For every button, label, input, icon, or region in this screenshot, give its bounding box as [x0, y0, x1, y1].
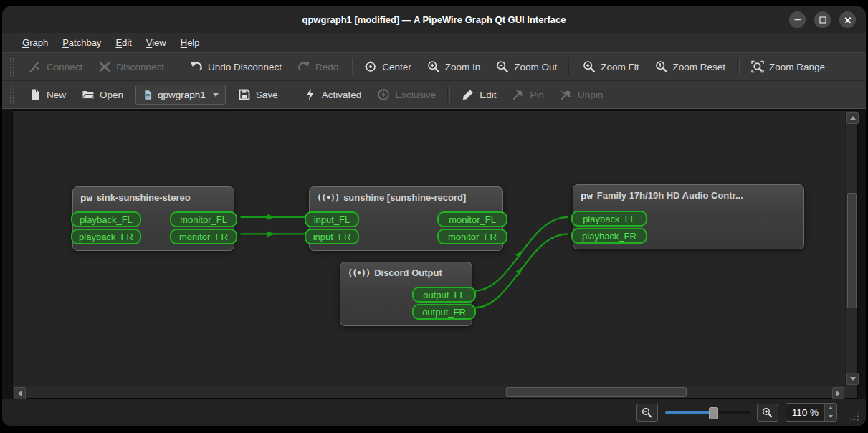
menu-patchbay[interactable]: Patchbay — [57, 35, 107, 50]
menu-graph[interactable]: Graph — [16, 35, 54, 50]
horizontal-scrollbar[interactable] — [13, 386, 845, 398]
pipewire-icon: pw — [80, 193, 92, 203]
menubar: Graph Patchbay Edit View Help — [2, 33, 866, 52]
save-button[interactable]: Save — [230, 85, 286, 105]
zoom-out-button[interactable]: Zoom Out — [488, 57, 565, 77]
menu-edit[interactable]: Edit — [110, 35, 137, 50]
edit-button[interactable]: Edit — [454, 85, 504, 105]
port-sunshine-monitor-fl[interactable]: monitor_FL — [437, 211, 507, 227]
scroll-down-button[interactable] — [846, 373, 859, 385]
graph-viewport[interactable]: pw sink-sunshine-stereo ((•)) sunshine [… — [13, 111, 845, 386]
scroll-left-button[interactable] — [14, 387, 26, 399]
pin-button[interactable]: Pin — [504, 85, 552, 105]
patchbay-select-value: qpwgraph1 — [158, 90, 206, 100]
center-button[interactable]: Center — [356, 57, 419, 77]
undo-disconnect-button[interactable]: Undo Disconnect — [182, 57, 290, 77]
horizontal-scroll-thumb[interactable] — [506, 387, 687, 397]
node-title: Discord Output — [374, 267, 442, 278]
zoom-in-icon — [427, 60, 440, 73]
statusbar-zoom-out-button[interactable] — [636, 404, 658, 422]
zoom-spinbox[interactable]: 110 % — [786, 403, 837, 422]
scrollbar-corner — [845, 386, 857, 398]
slider-handle[interactable] — [709, 407, 718, 419]
port-sunshine-monitor-fr[interactable]: monitor_FR — [437, 229, 507, 244]
titlebar: qpwgraph1 [modified] — A PipeWire Graph … — [2, 6, 866, 33]
pin-icon — [512, 88, 525, 101]
minimize-icon — [794, 19, 801, 21]
redo-button[interactable]: Redo — [290, 57, 346, 77]
arrow-down-icon — [829, 415, 833, 418]
node-header: pw Family 17h/19h HD Audio Contr... — [573, 185, 803, 201]
zoom-slider[interactable] — [665, 406, 750, 419]
arrow-right-icon — [836, 391, 840, 396]
separator — [447, 86, 450, 103]
scroll-up-button[interactable] — [846, 112, 859, 124]
vertical-scrollbar[interactable] — [845, 111, 857, 386]
patchbay-file-icon — [143, 90, 153, 100]
port-sunshine-input-fl[interactable]: input_FL — [305, 211, 359, 227]
arrow-up-icon — [829, 406, 833, 409]
activated-button[interactable]: Activated — [296, 85, 370, 105]
unpin-button[interactable]: Unpin — [552, 85, 611, 105]
connect-button[interactable]: Connect — [21, 57, 90, 77]
stream-icon: ((•)) — [317, 194, 339, 202]
graph-view: pw sink-sunshine-stereo ((•)) sunshine [… — [12, 110, 858, 399]
close-button[interactable] — [839, 11, 856, 28]
minimize-button[interactable] — [789, 11, 806, 28]
exclusive-icon — [377, 88, 390, 101]
node-header: ((•)) sunshine [sunshine-record] — [310, 187, 502, 203]
undo-icon — [190, 60, 203, 73]
port-discord-output-fr[interactable]: output_FR — [412, 304, 476, 320]
stream-icon: ((•)) — [348, 269, 370, 277]
arrow-left-icon — [18, 391, 22, 396]
node-title: Family 17h/19h HD Audio Contr... — [597, 190, 743, 201]
scroll-right-button[interactable] — [832, 387, 844, 399]
zoom-fit-button[interactable]: Zoom Fit — [575, 57, 647, 77]
port-family-playback-fr[interactable]: playback_FR — [571, 228, 647, 244]
vertical-scroll-thumb[interactable] — [847, 193, 857, 308]
open-folder-icon — [82, 88, 95, 101]
zoom-range-button[interactable]: Zoom Range — [743, 57, 833, 77]
port-sink-monitor-fl[interactable]: monitor_FL — [170, 211, 237, 227]
pipewire-icon: pw — [581, 191, 593, 201]
slider-fill — [665, 411, 712, 414]
zoom-value: 110 % — [786, 404, 824, 421]
disconnect-icon — [98, 60, 111, 73]
toolbar-drag-handle[interactable] — [9, 57, 15, 76]
port-sink-playback-fr[interactable]: playback_FR — [71, 229, 141, 244]
edit-pencil-icon — [462, 88, 474, 101]
statusbar-zoom-in-button[interactable] — [757, 404, 778, 422]
spin-up-button[interactable] — [825, 404, 836, 412]
port-sink-monitor-fr[interactable]: monitor_FR — [170, 229, 237, 244]
port-sink-playback-fl[interactable]: playback_FL — [71, 211, 141, 227]
spin-down-button[interactable] — [825, 412, 836, 421]
node-title: sink-sunshine-stereo — [97, 192, 191, 203]
spin-buttons — [824, 404, 836, 421]
zoom-reset-icon — [655, 60, 668, 73]
port-sunshine-input-fr[interactable]: input_FR — [305, 229, 359, 244]
port-family-playback-fl[interactable]: playback_FL — [571, 211, 647, 227]
toolbar-drag-handle[interactable] — [9, 85, 15, 104]
chevron-down-icon — [213, 93, 219, 97]
menu-help[interactable]: Help — [175, 35, 206, 50]
connect-icon — [29, 60, 42, 73]
maximize-button[interactable] — [814, 11, 831, 28]
zoom-range-icon — [751, 60, 764, 73]
open-button[interactable]: Open — [74, 85, 131, 105]
patchbay-select[interactable]: qpwgraph1 — [135, 85, 226, 105]
patchbay-toolbar: New Open qpwgraph1 Save Activated Exclus… — [2, 81, 866, 109]
canvas-zone: pw sink-sunshine-stereo ((•)) sunshine [… — [2, 109, 866, 399]
save-icon — [238, 88, 251, 101]
zoom-reset-button[interactable]: Zoom Reset — [647, 57, 734, 77]
arrow-down-icon — [850, 377, 856, 381]
zoom-in-button[interactable]: Zoom In — [419, 57, 489, 77]
port-discord-output-fl[interactable]: output_FL — [412, 287, 476, 303]
node-header: pw sink-sunshine-stereo — [73, 187, 234, 203]
exclusive-button[interactable]: Exclusive — [369, 85, 444, 105]
menu-view[interactable]: View — [140, 35, 172, 50]
new-button[interactable]: New — [21, 85, 74, 105]
disconnect-button[interactable]: Disconnect — [90, 57, 172, 77]
resize-grip[interactable] — [849, 411, 860, 422]
node-title: sunshine [sunshine-record] — [343, 192, 466, 203]
separator — [737, 58, 740, 75]
